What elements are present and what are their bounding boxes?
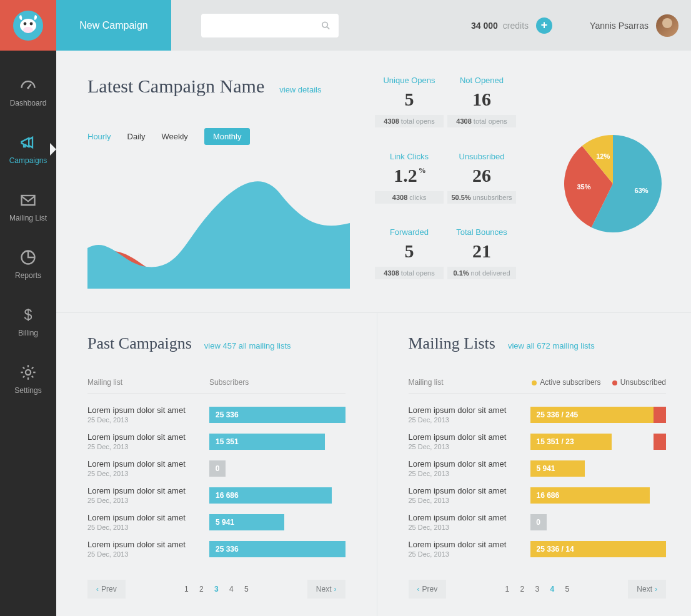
item-date: 25 Dec, 2013 <box>409 416 530 424</box>
item-name: Lorem ipsum dolor sit amet <box>409 432 530 442</box>
nav-label: Settings <box>14 386 41 395</box>
metric-sub: 50.5%unsubsribers <box>447 191 516 204</box>
metric-card: Unique Opens 5 4308total opens <box>375 76 444 139</box>
list-item[interactable]: Lorem ipsum dolor sit amet25 Dec, 2013 5… <box>87 509 346 535</box>
col-header: Mailing list <box>409 378 530 387</box>
metric-title: Forwarded <box>375 227 444 237</box>
item-name: Lorem ipsum dolor sit amet <box>409 486 530 495</box>
prev-button[interactable]: ‹Prev <box>87 580 126 599</box>
item-date: 25 Dec, 2013 <box>409 470 530 477</box>
metric-sub: 4308total opens <box>375 267 444 279</box>
bar-value: 0 <box>209 460 226 477</box>
item-name: Lorem ipsum dolor sit amet <box>409 513 530 522</box>
tab-weekly[interactable]: Weekly <box>161 132 187 141</box>
tab-monthly[interactable]: Monthly <box>204 128 251 145</box>
pie-chart: 63%35%12% <box>560 76 666 291</box>
metric-card: Total Bounces 21 0.1%not delivered <box>447 227 516 291</box>
nav-label: Reports <box>15 271 41 280</box>
user-menu[interactable]: Yannis Psarras <box>590 14 679 37</box>
list-item[interactable]: Lorem ipsum dolor sit amet25 Dec, 2013 1… <box>409 482 667 509</box>
list-item[interactable]: Lorem ipsum dolor sit amet25 Dec, 2013 2… <box>409 535 667 562</box>
nav-billing[interactable]: $ Billing <box>0 293 56 350</box>
nav-mailing-list[interactable]: Mailing List <box>0 178 56 236</box>
megaphone-icon <box>19 134 37 151</box>
item-name: Lorem ipsum dolor sit amet <box>409 540 530 549</box>
prev-button[interactable]: ‹Prev <box>409 580 447 599</box>
bar-value: 0 <box>530 514 547 530</box>
item-name: Lorem ipsum dolor sit amet <box>87 405 209 415</box>
bar-value: 5 941 <box>209 514 284 530</box>
nav-campaigns[interactable]: Campaigns <box>0 121 56 178</box>
bar-value: 16 686 <box>209 487 332 504</box>
list-item[interactable]: Lorem ipsum dolor sit amet25 Dec, 2013 1… <box>409 428 667 455</box>
page-3[interactable]: 3 <box>210 585 222 594</box>
metric-value: 26 <box>472 165 491 186</box>
page-1[interactable]: 1 <box>501 585 514 594</box>
search-box[interactable] <box>201 14 339 37</box>
campaign-title: Latest Campaign Name <box>87 76 264 97</box>
add-credits-button[interactable]: + <box>536 17 552 34</box>
nav-label: Mailing List <box>9 214 47 222</box>
item-date: 25 Dec, 2013 <box>409 524 530 531</box>
legend-unsub: Unsubscribed <box>612 378 666 387</box>
view-details-link[interactable]: view details <box>279 85 321 94</box>
next-button[interactable]: Next› <box>628 580 666 599</box>
page-1[interactable]: 1 <box>180 585 192 594</box>
nav-label: Billing <box>18 329 38 337</box>
nav-reports[interactable]: Reports <box>0 236 56 293</box>
page-3[interactable]: 3 <box>531 585 544 594</box>
bar-value: 25 336 <box>209 541 346 557</box>
svg-point-3 <box>24 22 27 25</box>
list-item[interactable]: Lorem ipsum dolor sit amet25 Dec, 2013 2… <box>409 401 667 428</box>
list-item[interactable]: Lorem ipsum dolor sit amet25 Dec, 2013 1… <box>87 428 346 455</box>
legend-active: Active subscribers <box>532 378 600 387</box>
svg-line-12 <box>327 27 330 29</box>
view-all-link[interactable]: view 457 all mailing lists <box>204 341 291 350</box>
bar-value: 25 336 / 14 <box>530 541 667 557</box>
list-item[interactable]: Lorem ipsum dolor sit amet25 Dec, 2013 1… <box>87 482 346 509</box>
item-date: 25 Dec, 2013 <box>87 470 209 477</box>
tab-daily[interactable]: Daily <box>127 132 146 141</box>
logo[interactable] <box>0 0 56 51</box>
page-5[interactable]: 5 <box>561 585 574 594</box>
envelope-icon <box>19 191 37 209</box>
svg-point-4 <box>30 22 33 25</box>
list-item[interactable]: Lorem ipsum dolor sit amet25 Dec, 2013 5… <box>409 455 667 482</box>
metric-sub: 4308total opens <box>375 115 444 127</box>
list-item[interactable]: Lorem ipsum dolor sit amet25 Dec, 2013 0 <box>87 455 346 482</box>
page-4[interactable]: 4 <box>225 585 237 594</box>
metric-card: Link Clicks 1.2% 4308clicks <box>375 152 444 216</box>
metric-card: Unsubsribed 26 50.5%unsubsribers <box>447 152 516 216</box>
svg-line-6 <box>28 84 31 88</box>
view-all-link[interactable]: view all 672 mailing lists <box>508 341 595 350</box>
metric-value: 16 <box>472 89 491 110</box>
list-item[interactable]: Lorem ipsum dolor sit amet25 Dec, 2013 0 <box>409 509 667 535</box>
item-date: 25 Dec, 2013 <box>409 497 530 504</box>
item-name: Lorem ipsum dolor sit amet <box>87 459 209 469</box>
credits-label: credits <box>503 21 529 31</box>
page-2[interactable]: 2 <box>516 585 529 594</box>
past-campaigns-panel: Past Campaigns view 457 all mailing list… <box>56 313 377 616</box>
panel-title: Past Campaigns <box>87 334 192 353</box>
page-5[interactable]: 5 <box>240 585 252 594</box>
item-date: 25 Dec, 2013 <box>87 497 209 504</box>
next-button[interactable]: Next› <box>307 580 346 599</box>
page-4[interactable]: 4 <box>546 585 559 594</box>
metric-card: Forwarded 5 4308total opens <box>375 227 444 291</box>
page-2[interactable]: 2 <box>195 585 207 594</box>
nav-dashboard[interactable]: Dashboard <box>0 63 56 121</box>
item-date: 25 Dec, 2013 <box>87 524 209 531</box>
metric-title: Unsubsribed <box>447 152 516 161</box>
list-item[interactable]: Lorem ipsum dolor sit amet25 Dec, 2013 2… <box>87 535 346 562</box>
metric-value: 5 <box>405 241 414 262</box>
area-chart <box>87 164 350 289</box>
new-campaign-button[interactable]: New Campaign <box>56 0 171 51</box>
search-input[interactable] <box>209 20 321 31</box>
nav-settings[interactable]: Settings <box>0 350 56 408</box>
metric-sub: 0.1%not delivered <box>447 267 516 279</box>
item-date: 25 Dec, 2013 <box>409 550 530 558</box>
svg-point-11 <box>322 22 328 27</box>
metric-value: 1.2% <box>394 165 425 186</box>
list-item[interactable]: Lorem ipsum dolor sit amet25 Dec, 2013 2… <box>87 401 346 428</box>
tab-hourly[interactable]: Hourly <box>87 132 111 141</box>
